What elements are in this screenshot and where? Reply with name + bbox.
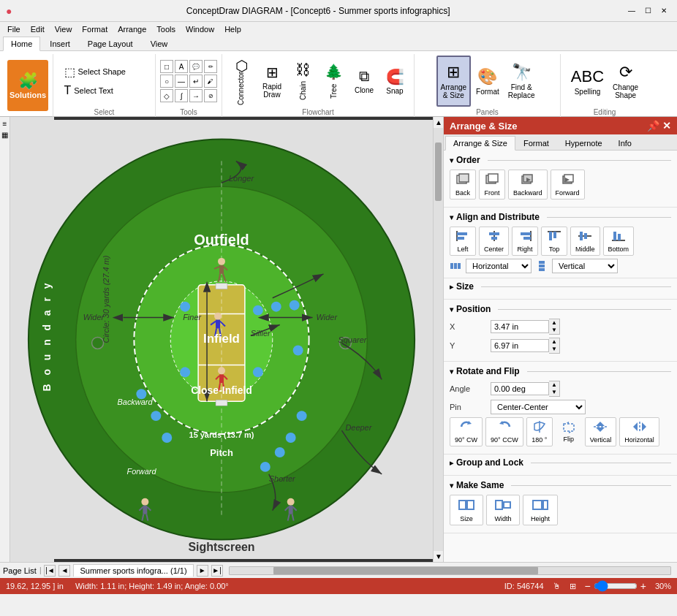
close-button[interactable]: ✕	[657, 4, 671, 18]
select-shape-button[interactable]: ⬚ Select Shape	[61, 63, 148, 80]
rotate-collapse-icon[interactable]: ▾	[450, 368, 453, 376]
panel-tab-format[interactable]: Format	[515, 136, 557, 150]
maximize-button[interactable]: ☐	[640, 4, 655, 18]
make-same-width-button[interactable]: Width	[486, 495, 520, 525]
order-front-button[interactable]: Front	[479, 170, 505, 199]
rotate-header[interactable]: ▾ Rotate and Flip	[450, 366, 671, 376]
page-nav-last[interactable]: ►|	[211, 565, 223, 577]
angle-decrement-button[interactable]: ▼	[549, 389, 559, 396]
tool-diamond[interactable]: ◇	[160, 89, 173, 102]
y-input[interactable]	[491, 339, 549, 352]
distribute-vertical-select[interactable]: Vertical Even Spacing	[552, 259, 618, 273]
spelling-button[interactable]: ABC Spelling	[567, 56, 608, 107]
panel-tab-arrange[interactable]: Arrange & Size	[445, 136, 515, 151]
distribute-horizontal-select[interactable]: Horizontal Even Spacing	[466, 259, 532, 273]
arrange-size-button[interactable]: ⊞ Arrange& Size	[436, 56, 472, 107]
rapid-draw-button[interactable]: ⊞ RapidDraw	[257, 56, 287, 107]
size-collapse-icon[interactable]: ▸	[450, 283, 453, 291]
position-header[interactable]: ▾ Position	[450, 304, 671, 314]
panel-pin-button[interactable]: 📌	[647, 120, 659, 132]
align-middle-button[interactable]: Middle	[570, 227, 600, 256]
flip-horizontal-button[interactable]: Horizontal	[619, 417, 659, 446]
make-same-collapse-icon[interactable]: ▾	[450, 482, 453, 490]
rotate-cw-button[interactable]: 90° CW	[450, 417, 483, 446]
left-tool-1[interactable]: ≡	[1, 118, 9, 129]
zoom-out-button[interactable]: −	[585, 581, 591, 591]
tool-callout[interactable]: 💬	[189, 60, 203, 73]
hscroll-thumb[interactable]	[273, 567, 538, 574]
size-header[interactable]: ▸ Size	[450, 281, 671, 292]
align-header[interactable]: ▾ Align and Distribute	[450, 212, 671, 222]
menu-window[interactable]: Window	[181, 23, 219, 35]
order-backward-button[interactable]: Backward	[508, 170, 548, 199]
menu-view[interactable]: View	[50, 23, 77, 35]
scroll-up-btn[interactable]: ▲	[434, 117, 443, 128]
x-increment-button[interactable]: ▲	[549, 319, 559, 327]
hscroll-track[interactable]	[229, 566, 671, 575]
align-top-button[interactable]: Top	[541, 227, 567, 256]
select-text-button[interactable]: T Select Text	[61, 82, 148, 99]
tree-button[interactable]: 🌲 Tree	[319, 56, 348, 107]
chain-button[interactable]: ⛓ Chain	[288, 56, 317, 107]
align-bottom-button[interactable]: Bottom	[603, 227, 635, 256]
tool-pencil[interactable]: ✏	[204, 60, 217, 73]
panel-tab-hypernote[interactable]: Hypernote	[557, 136, 610, 150]
align-collapse-icon[interactable]: ▾	[450, 213, 453, 221]
tool-curve[interactable]: ∫	[175, 89, 188, 102]
zoom-slider[interactable]	[594, 580, 638, 592]
tab-insert[interactable]: Insert	[42, 37, 78, 50]
align-right-button[interactable]: Right	[512, 227, 538, 256]
page-nav-next[interactable]: ►	[197, 565, 208, 577]
canvas-vscroll[interactable]: ▲ ▼	[433, 117, 443, 562]
active-page-tab[interactable]: Summer sports infogra... (1/1)	[73, 564, 193, 577]
y-increment-button[interactable]: ▲	[549, 338, 559, 346]
tool-text[interactable]: A	[175, 60, 188, 73]
scroll-down-btn[interactable]: ▼	[434, 551, 443, 562]
page-nav-first[interactable]: |◄	[44, 565, 56, 577]
x-input[interactable]	[491, 320, 549, 333]
angle-increment-button[interactable]: ▲	[549, 381, 559, 389]
menu-format[interactable]: Format	[77, 23, 112, 35]
format-button[interactable]: 🎨 Format	[472, 56, 503, 107]
tool-brush[interactable]: 🖌	[204, 75, 217, 88]
group-collapse-icon[interactable]: ▸	[450, 459, 453, 467]
order-forward-button[interactable]: Forward	[551, 170, 585, 199]
menu-file[interactable]: File	[3, 23, 25, 35]
order-back-button[interactable]: Back	[450, 170, 476, 199]
tool-arrow-corner[interactable]: ↵	[189, 75, 203, 88]
scroll-track[interactable]	[434, 128, 443, 551]
flip-vertical-button[interactable]: Vertical	[585, 417, 617, 446]
tool-circle[interactable]: ○	[160, 75, 173, 88]
menu-help[interactable]: Help	[220, 23, 246, 35]
clone-button[interactable]: ⧉ Clone	[349, 56, 379, 107]
tab-view[interactable]: View	[143, 37, 176, 50]
order-header[interactable]: ▾ Order	[450, 155, 671, 165]
panel-close-button[interactable]: ✕	[662, 120, 671, 132]
tab-home[interactable]: Home	[3, 37, 40, 51]
snap-button[interactable]: 🧲 Snap	[380, 56, 409, 107]
menu-arrange[interactable]: Arrange	[113, 23, 151, 35]
menu-edit[interactable]: Edit	[26, 23, 49, 35]
connector-button[interactable]: ⬡ Connector	[227, 56, 256, 107]
rotate-ccw-button[interactable]: 90° CCW	[485, 417, 523, 446]
make-same-header[interactable]: ▾ Make Same	[450, 480, 671, 490]
minimize-button[interactable]: —	[624, 4, 639, 18]
angle-input[interactable]	[491, 382, 549, 395]
change-shape-button[interactable]: ⟳ ChangeShape	[609, 56, 642, 107]
x-decrement-button[interactable]: ▼	[549, 327, 559, 334]
y-decrement-button[interactable]: ▼	[549, 346, 559, 353]
make-same-height-button[interactable]: Height	[523, 495, 558, 525]
group-lock-header[interactable]: ▸ Group and Lock	[450, 457, 671, 468]
zoom-in-button[interactable]: +	[640, 581, 646, 591]
order-collapse-icon[interactable]: ▾	[450, 156, 453, 164]
left-tool-2[interactable]: ▦	[0, 129, 10, 140]
tool-rubber[interactable]: ⊘	[204, 89, 217, 102]
tool-arrow-right[interactable]: →	[189, 89, 203, 102]
position-collapse-icon[interactable]: ▾	[450, 305, 453, 313]
rotate-180-button[interactable]: 180 °	[526, 417, 553, 446]
tool-rect[interactable]: □	[160, 60, 173, 73]
page-nav-prev[interactable]: ◄	[58, 565, 70, 577]
make-same-size-button[interactable]: Size	[450, 495, 483, 525]
scroll-thumb[interactable]	[435, 142, 442, 201]
solutions-button[interactable]: 🧩 Solutions	[7, 60, 48, 111]
